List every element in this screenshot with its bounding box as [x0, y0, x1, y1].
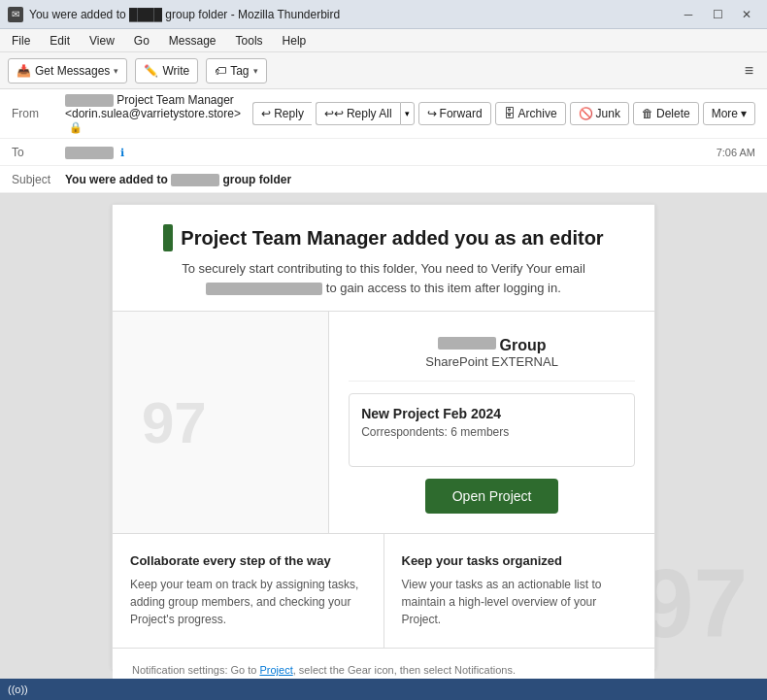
feature-collaborate: Collaborate every step of the way Keep y…: [113, 534, 384, 648]
group-name-label: Group: [500, 337, 547, 354]
info-grid: 97 Group SharePoint EXTERNAL New Project…: [113, 312, 654, 534]
feature2-desc: View your tasks as an actionable list to…: [402, 576, 638, 628]
quick-reply-area: ↩ Reply ↩↩ Reply All ▾ ↪ Forward 🗄: [252, 102, 755, 125]
subject-label: Subject: [12, 173, 65, 186]
project-info-box: New Project Feb 2024 Correspondents: 6 m…: [349, 393, 635, 467]
menu-help[interactable]: Help: [279, 32, 311, 50]
green-bar-icon: [163, 224, 173, 251]
junk-icon: 🚫: [579, 107, 593, 120]
from-row: From Project Team Manager <dorin.sulea@v…: [0, 89, 767, 139]
app-window: You were added to ████ group folder - Mo…: [0, 0, 767, 700]
reply-all-btn-group: ↩↩ Reply All ▾: [316, 102, 415, 125]
delete-icon: 🗑: [642, 107, 653, 120]
status-icon: ((o)): [8, 683, 28, 695]
archive-label: Archive: [518, 107, 557, 120]
email-headers: From Project Team Manager <dorin.sulea@v…: [0, 89, 767, 194]
junk-button[interactable]: 🚫 Junk: [570, 102, 629, 125]
email-title: Project Team Manager added you as an edi…: [132, 224, 635, 251]
recipient-blurred: [65, 147, 114, 159]
subject-value: You were added to group folder: [65, 173, 755, 186]
menu-go[interactable]: Go: [130, 32, 153, 50]
project-link[interactable]: Project: [259, 664, 292, 676]
archive-icon: 🗄: [504, 107, 516, 120]
title-bar: You were added to ████ group folder - Mo…: [0, 0, 767, 29]
group-name-blurred: [438, 337, 496, 350]
write-button[interactable]: ✏️ Write: [135, 58, 198, 83]
feature2-title: Keep your tasks organized: [402, 553, 638, 568]
menu-message[interactable]: Message: [165, 32, 220, 50]
reply-label: Reply: [274, 107, 304, 120]
write-label: Write: [162, 64, 189, 78]
write-icon: ✏️: [144, 64, 158, 78]
menu-tools[interactable]: Tools: [232, 32, 267, 50]
to-row: To ℹ 7:06 AM: [0, 139, 767, 166]
close-button[interactable]: ✕: [734, 6, 759, 23]
menu-file[interactable]: File: [8, 32, 34, 50]
archive-button[interactable]: 🗄 Archive: [495, 102, 566, 125]
open-project-button[interactable]: Open Project: [425, 479, 559, 514]
delete-button[interactable]: 🗑 Delete: [633, 102, 699, 125]
reply-all-dropdown[interactable]: ▾: [400, 102, 415, 125]
email-subtitle: To securely start contributing to this f…: [132, 259, 635, 297]
more-button[interactable]: More ▾: [703, 102, 755, 125]
forward-button[interactable]: ↪ Forward: [418, 102, 491, 125]
group-platform: SharePoint EXTERNAL: [349, 354, 635, 369]
main-toolbar: 📥 Get Messages ▾ ✏️ Write 🏷 Tag ▾ ≡: [0, 52, 767, 89]
get-messages-icon: 📥: [17, 64, 31, 78]
verify-link-blurred: [206, 283, 322, 295]
email-footer: Notification settings: Go to Project, se…: [113, 649, 654, 679]
email-content-area: 97 Project Team Manager added you as an …: [0, 194, 767, 679]
info-right-panel: Group SharePoint EXTERNAL New Project Fe…: [329, 312, 654, 533]
get-messages-chevron: ▾: [114, 66, 118, 76]
more-label: More: [712, 107, 738, 120]
menu-bar: File Edit View Go Message Tools Help: [0, 29, 767, 52]
junk-label: Junk: [596, 107, 620, 120]
get-messages-label: Get Messages: [35, 64, 110, 78]
from-label: From: [12, 107, 65, 120]
tag-chevron: ▾: [253, 66, 258, 76]
email-title-text: Project Team Manager added you as an edi…: [181, 227, 603, 250]
group-name-area: Group SharePoint EXTERNAL: [349, 331, 635, 382]
forward-label: Forward: [440, 107, 483, 120]
watermark: 97: [640, 548, 748, 659]
delete-label: Delete: [656, 107, 690, 120]
subject-row: Subject You were added to group folder: [0, 166, 767, 193]
reply-btn-group: ↩ Reply: [252, 102, 312, 125]
menu-edit[interactable]: Edit: [46, 32, 74, 50]
reply-all-button[interactable]: ↩↩ Reply All: [316, 102, 400, 125]
features-grid: Collaborate every step of the way Keep y…: [113, 534, 654, 649]
feature1-desc: Keep your team on track by assigning tas…: [130, 576, 366, 628]
hamburger-menu-button[interactable]: ≡: [739, 60, 759, 82]
tag-icon: 🏷: [215, 64, 226, 78]
correspondents: Correspondents: 6 members: [361, 425, 622, 439]
forward-icon: ↪: [427, 107, 437, 120]
menu-view[interactable]: View: [85, 32, 118, 50]
from-value: Project Team Manager <dorin.sulea@varrie…: [65, 93, 252, 134]
minimize-button[interactable]: ─: [676, 6, 701, 23]
tag-button[interactable]: 🏷 Tag ▾: [206, 58, 266, 83]
sender-name-blurred: [65, 94, 114, 107]
panel-watermark: 97: [142, 389, 207, 456]
get-messages-button[interactable]: 📥 Get Messages ▾: [8, 58, 127, 83]
more-chevron: ▾: [741, 107, 747, 120]
status-bar: ((o)): [0, 679, 767, 700]
email-wrapper: Project Team Manager added you as an edi…: [112, 204, 655, 669]
window-controls: ─ ☐ ✕: [676, 6, 759, 23]
open-project-area: Open Project: [349, 479, 635, 514]
reply-icon: ↩: [261, 107, 271, 120]
reply-all-icon: ↩↩: [324, 107, 344, 120]
info-left-panel: 97: [113, 312, 329, 533]
to-info-icon[interactable]: ℹ: [120, 147, 124, 158]
maximize-button[interactable]: ☐: [705, 6, 730, 23]
subject-group-blurred: [171, 174, 219, 186]
feature-tasks: Keep your tasks organized View your task…: [384, 534, 655, 648]
subtitle-line1: To securely start contributing to this f…: [182, 261, 585, 276]
project-name: New Project Feb 2024: [361, 406, 622, 421]
verified-icon[interactable]: 🔒: [69, 121, 83, 133]
reply-button[interactable]: ↩ Reply: [252, 102, 312, 125]
email-header-section: Project Team Manager added you as an edi…: [113, 205, 654, 312]
tag-label: Tag: [230, 64, 249, 78]
reply-all-label: Reply All: [347, 107, 392, 120]
email-time: 7:06 AM: [717, 147, 755, 158]
to-label: To: [12, 146, 65, 159]
